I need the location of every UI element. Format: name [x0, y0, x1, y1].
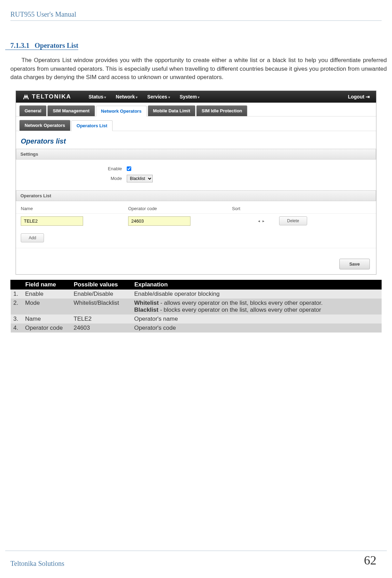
settings-form: Enable Mode Blacklist: [16, 159, 376, 190]
rest1: - allows every operator on the list, blo…: [159, 300, 322, 306]
brand-text: TELTONIKA: [32, 93, 71, 100]
logout-icon: ⇥: [364, 94, 370, 100]
cell-values: 24603: [71, 323, 132, 333]
list-columns: Name Operator code Sort: [16, 202, 376, 214]
nav-items: Status Network Services System: [89, 94, 200, 100]
cell-expl: Whitelist - allows every operator on the…: [132, 299, 382, 314]
nav-system[interactable]: System: [180, 94, 200, 100]
nav-status[interactable]: Status: [89, 94, 106, 100]
nav-network[interactable]: Network: [116, 94, 137, 100]
sub-tabs: Network Operators Operators List: [16, 117, 376, 131]
cell-field: Enable: [23, 289, 71, 299]
app-screenshot: TELTONIKA Status Network Services System…: [16, 90, 376, 275]
page-title: Operators list: [16, 131, 376, 149]
intro-paragraph: The Operators List window provides you w…: [5, 56, 387, 82]
bold-whitelist: Whitelist: [134, 300, 159, 306]
enable-label: Enable: [16, 166, 127, 171]
doc-header-title: RUT955 User's Manual: [5, 10, 387, 20]
tab-network-operators[interactable]: Network Operators: [96, 106, 147, 117]
page-number: 62: [364, 553, 387, 568]
cell-num: 4.: [11, 323, 23, 333]
table-header-row: Field name Possible values Explanation: [11, 280, 382, 289]
header-rule: [10, 20, 382, 21]
primary-tabs: General SIM Management Network Operators…: [16, 103, 376, 117]
cell-num: 2.: [11, 299, 23, 314]
table-row: 2. Mode Whitelist/Blacklist Whitelist - …: [11, 299, 382, 314]
cell-expl: Operator's name: [132, 314, 382, 323]
logo-icon: [22, 93, 30, 101]
mode-label: Mode: [16, 176, 127, 181]
logout-label: Logout: [348, 94, 364, 100]
table-row: 3. Name TELE2 Operator's name: [11, 314, 382, 323]
table-row: 1. Enable Enable/Disable Enable/disable …: [11, 289, 382, 299]
page-footer: Teltonika Solutions 62: [5, 551, 387, 568]
operator-code-input[interactable]: [128, 216, 190, 226]
top-nav: TELTONIKA Status Network Services System…: [16, 91, 376, 103]
section-heading: 7.1.3.1 Operators List: [5, 42, 387, 56]
logout-link[interactable]: Logout ⇥: [348, 94, 370, 100]
col-sort: Sort: [232, 206, 371, 211]
th-field: Field name: [23, 280, 71, 289]
brand-logo: TELTONIKA: [22, 93, 71, 101]
th-blank: [11, 280, 23, 289]
cell-field: Mode: [23, 299, 71, 314]
nav-services[interactable]: Services: [147, 94, 170, 100]
save-button[interactable]: Save: [339, 259, 370, 269]
row-enable: Enable: [16, 164, 376, 173]
cell-num: 3.: [11, 314, 23, 323]
add-button[interactable]: Add: [21, 233, 44, 242]
cell-num: 1.: [11, 289, 23, 299]
operators-list-header: Operators List: [16, 190, 376, 201]
subtab-operators-list[interactable]: Operators List: [71, 120, 113, 131]
subtab-network-operators[interactable]: Network Operators: [19, 120, 70, 131]
rest2: - blocks every operator on the list, all…: [158, 307, 321, 313]
cell-values: Whitelist/Blacklist: [71, 299, 132, 314]
tab-mobile-data-limit[interactable]: Mobile Data Limit: [148, 105, 196, 116]
tab-sim-idle-protection[interactable]: SIM Idle Protection: [196, 105, 247, 116]
fields-table: Field name Possible values Explanation 1…: [10, 280, 382, 333]
cell-values: TELE2: [71, 314, 132, 323]
section-title: Operators List: [35, 42, 78, 49]
footer-brand: Teltonika Solutions: [5, 560, 64, 568]
delete-button[interactable]: Delete: [279, 216, 307, 225]
operator-row: ◂ ▸ Delete: [16, 214, 376, 228]
save-row: Save: [16, 248, 376, 274]
cell-expl: Enable/disable operator blocking: [132, 289, 382, 299]
row-mode: Mode Blacklist: [16, 173, 376, 184]
cell-values: Enable/Disable: [71, 289, 132, 299]
th-explanation: Explanation: [132, 280, 382, 289]
col-code: Operator code: [128, 206, 232, 211]
tab-general[interactable]: General: [19, 105, 46, 116]
operator-name-input[interactable]: [21, 216, 83, 226]
tab-sim-management[interactable]: SIM Management: [47, 105, 95, 116]
section-number: 7.1.3.1: [10, 42, 29, 49]
col-name: Name: [21, 206, 128, 211]
th-values: Possible values: [71, 280, 132, 289]
cell-expl: Operator's code: [132, 323, 382, 333]
cell-field: Operator code: [23, 323, 71, 333]
mode-select[interactable]: Blacklist: [127, 175, 153, 182]
enable-checkbox[interactable]: [127, 166, 131, 171]
bold-blacklist: Blacklist: [134, 307, 159, 313]
cell-field: Name: [23, 314, 71, 323]
table-row: 4. Operator code 24603 Operator's code: [11, 323, 382, 333]
sort-handle-icon[interactable]: ◂ ▸: [258, 219, 265, 223]
settings-header: Settings: [16, 149, 376, 159]
svg-marker-0: [23, 94, 29, 100]
